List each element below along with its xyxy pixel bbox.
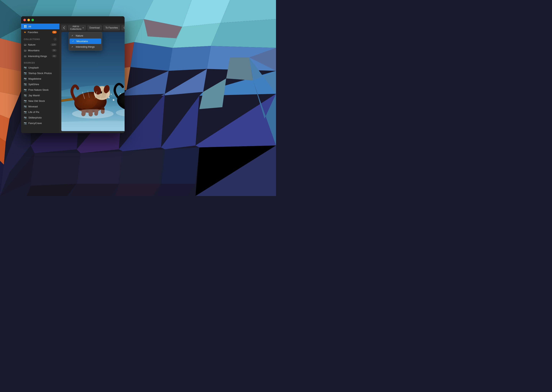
sidebar-item-interesting-things[interactable]: 🗂 Interesting things 49 — [21, 53, 59, 59]
add-collection-label: Add to Collections — [70, 25, 81, 30]
sidebar-item-interesting-label: Interesting things — [28, 55, 50, 58]
to-favorites-button[interactable]: To Favorites — [103, 25, 120, 30]
svg-marker-23 — [169, 46, 211, 71]
copy-url-label: Copy URL — [124, 26, 124, 29]
close-button[interactable] — [23, 19, 26, 21]
sidebar-item-nos-label: New Old Stock — [28, 99, 57, 102]
folder-icon-nature: 🗂 — [24, 43, 26, 46]
star-icon: ★ — [24, 31, 26, 34]
sidebar-item-all-label: All — [28, 25, 57, 28]
svg-marker-16 — [0, 92, 19, 119]
sidebar-item-mountains-label: Mountains — [28, 49, 50, 52]
favorites-badge: 34 — [52, 31, 57, 34]
sidebar-item-all[interactable]: All — [21, 24, 59, 29]
svg-rect-56 — [24, 25, 25, 26]
sidebar-item-splitshire[interactable]: 📷 SplitShire — [21, 82, 59, 87]
sidebar-item-magdeleine-label: Magdeleine — [28, 77, 57, 80]
sidebar-item-fancy-label: FancyCrave — [28, 122, 57, 125]
svg-marker-39 — [77, 151, 123, 186]
dropdown-interesting-label: Interesting things — [76, 45, 95, 48]
download-button[interactable]: Download — [87, 25, 102, 30]
folder-icon-mountains: 🗂 — [24, 49, 26, 52]
camera-icon-splitshire: 📷 — [24, 83, 27, 86]
svg-marker-18 — [0, 138, 6, 165]
svg-marker-44 — [71, 184, 119, 196]
svg-point-112 — [72, 109, 114, 119]
svg-point-120 — [61, 121, 124, 131]
collections-section-header: COLLECTIONS + — [21, 35, 59, 42]
favorites-label: To Favorites — [105, 26, 118, 29]
sidebar-item-fancycrave[interactable]: 📷 FancyCrave — [21, 120, 59, 126]
add-collection-button[interactable]: + — [54, 38, 57, 41]
svg-marker-51 — [226, 57, 253, 80]
camera-icon-fns: 📷 — [24, 88, 27, 91]
dropdown-item-mountains[interactable]: ✓ Mountains — [70, 38, 101, 44]
sidebar-item-jay-label: Jay Mantri — [28, 94, 57, 97]
sources-section-header: SOURCES — [21, 59, 59, 65]
sidebar-item-startup-stock[interactable]: 📷 Startup Stock Photos — [21, 70, 59, 76]
svg-point-79 — [113, 99, 115, 101]
toolbar: Add to Collections ▼ Download To Favorit… — [59, 24, 124, 32]
grid-icon — [24, 25, 27, 28]
camera-icon-fancy: 📷 — [24, 122, 27, 125]
svg-point-90 — [101, 94, 106, 98]
sidebar-item-free-nature-stock[interactable]: 📷 Free Nature Stock — [21, 87, 59, 93]
sidebar-item-lop-label: Life of Pix — [28, 111, 57, 113]
sidebar-item-moveast-label: Moveast — [28, 105, 57, 108]
sidebar-item-nature-label: Nature — [28, 43, 49, 46]
sidebar-item-jay-mantri[interactable]: 📷 Jay Mantri — [21, 93, 59, 98]
sidebar-item-nature[interactable]: 🗂 Nature 129 — [21, 42, 59, 48]
sidebar-item-mountains[interactable]: 🗂 Mountains 56 — [21, 48, 59, 53]
camera-icon-jay: 📷 — [24, 94, 27, 97]
interesting-count: 49 — [52, 55, 57, 57]
svg-rect-58 — [24, 27, 25, 28]
download-label: Download — [89, 26, 100, 29]
sidebar-item-unsplash-label: Unsplash — [28, 66, 57, 69]
check-icon-interesting: ✓ — [72, 46, 74, 48]
camera-icon-startup: 📷 — [24, 72, 27, 75]
camera-icon-skitter: 📷 — [24, 116, 27, 119]
dropdown-item-nature[interactable]: ✓ Nature — [69, 33, 102, 38]
main-layout: All ★ Favorites 34 COLLECTIONS + 🗂 Natur… — [21, 24, 124, 133]
back-button[interactable] — [61, 25, 67, 30]
sidebar-item-moveast[interactable]: 📷 Moveast — [21, 104, 59, 109]
svg-rect-59 — [25, 27, 26, 28]
sidebar-item-magdeleine[interactable]: 📷 Magdeleine — [21, 76, 59, 82]
svg-marker-13 — [211, 19, 276, 48]
svg-point-78 — [111, 94, 112, 95]
camera-icon-lop: 📷 — [24, 111, 27, 113]
minimize-button[interactable] — [27, 19, 30, 21]
dropdown-mountains-label: Mountains — [76, 40, 88, 43]
sidebar-item-new-old-stock[interactable]: 📷 New Old Stock — [21, 98, 59, 104]
sidebar-item-life-of-pix[interactable]: 📷 Life of Pix — [21, 109, 59, 115]
sidebar-item-splitshire-label: SplitShire — [28, 83, 57, 86]
dropdown-arrow-icon: ▼ — [82, 27, 84, 29]
svg-marker-17 — [0, 115, 10, 142]
title-bar — [21, 16, 124, 24]
sidebar-item-unsplash[interactable]: 📷 Unsplash — [21, 65, 59, 70]
sources-label: SOURCES — [24, 62, 35, 64]
add-to-collections-button[interactable]: Add to Collections ▼ — [68, 25, 86, 30]
camera-icon-nos: 📷 — [24, 99, 27, 102]
camera-icon-unsplash: 📷 — [24, 66, 27, 69]
app-window: All ★ Favorites 34 COLLECTIONS + 🗂 Natur… — [21, 16, 124, 133]
dropdown-item-interesting[interactable]: ✓ Interesting things — [69, 44, 102, 49]
maximize-button[interactable] — [31, 19, 34, 21]
dropdown-nature-label: Nature — [76, 34, 83, 37]
svg-marker-27 — [123, 71, 169, 96]
window-controls — [23, 19, 34, 21]
svg-marker-45 — [115, 184, 161, 196]
sidebar-item-startup-label: Startup Stock Photos — [28, 72, 57, 75]
sidebar-item-favorites-label: Favorites — [28, 31, 51, 34]
content-area: Add to Collections ▼ Download To Favorit… — [59, 24, 124, 133]
folder-icon-interesting: 🗂 — [24, 55, 26, 58]
copy-url-button[interactable]: Copy URL — [121, 25, 124, 30]
sidebar-item-skitter-label: Skitterphoto — [28, 116, 57, 119]
camera-icon-magdeleine: 📷 — [24, 77, 27, 80]
sidebar-item-skitterphoto[interactable]: 📷 Skitterphoto — [21, 115, 59, 120]
collections-dropdown: ✓ Nature ✓ Mountains ✓ Interesting thing… — [69, 32, 102, 50]
nature-count: 129 — [51, 43, 57, 46]
svg-marker-40 — [119, 149, 165, 186]
sidebar-item-favorites[interactable]: ★ Favorites 34 — [21, 29, 59, 35]
sidebar-item-fns-label: Free Nature Stock — [28, 88, 57, 91]
